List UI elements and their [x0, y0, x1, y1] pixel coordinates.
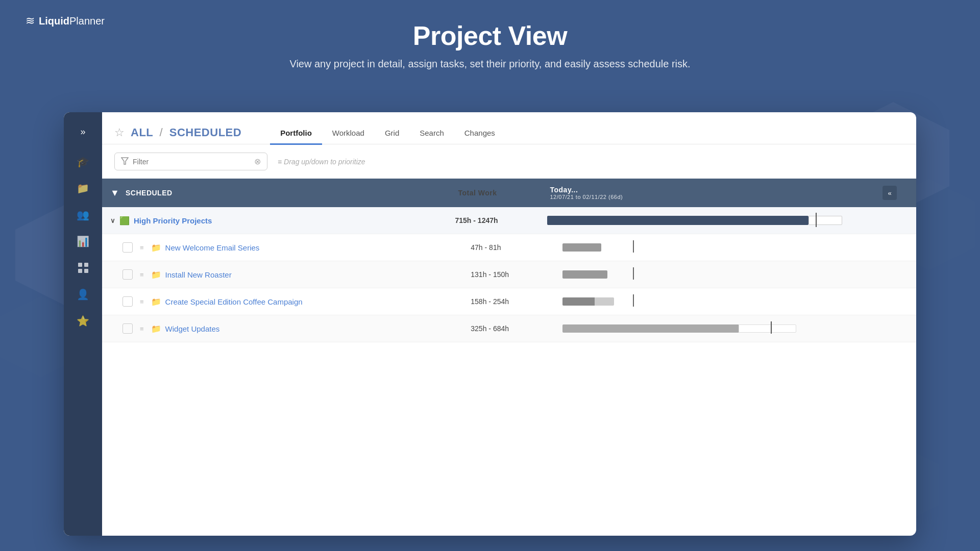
- filter-bar: ⊗ ≡ Drag up/down to prioritize: [102, 144, 916, 179]
- row-name-link[interactable]: Widget Updates: [165, 324, 220, 333]
- project-folder-icon: 📁: [151, 243, 161, 253]
- tab-changes[interactable]: Changes: [454, 122, 505, 145]
- table-header: ▼ SCHEDULED Total Work Today... 12/07/21…: [102, 179, 916, 207]
- filter-clear-button[interactable]: ⊗: [254, 157, 261, 166]
- project-folder-icon: 📁: [151, 270, 161, 280]
- project-table: ▼ SCHEDULED Total Work Today... 12/07/21…: [102, 179, 916, 536]
- sidebar-item-favorites[interactable]: ⭐: [72, 310, 94, 332]
- breadcrumb-all[interactable]: ALL: [131, 126, 153, 139]
- main-container: » 🎓 📁 👥 📊 👤 ⭐ ☆ ALL / SCHEDULED: [64, 112, 916, 536]
- tab-grid[interactable]: Grid: [375, 122, 409, 145]
- row-work: 47h - 81h: [471, 243, 562, 252]
- row-name-link[interactable]: Install New Roaster: [165, 270, 232, 279]
- tab-workload[interactable]: Workload: [322, 122, 375, 145]
- folder-icon: 🟩: [119, 216, 130, 226]
- row-work: 325h - 684h: [471, 324, 562, 333]
- table-row: ≡ 📁 Install New Roaster 131h - 150h: [102, 261, 916, 288]
- logo: ≋ LiquidPlanner: [26, 14, 105, 28]
- timeline-collapse-button[interactable]: «: [883, 186, 897, 200]
- sidebar: » 🎓 📁 👥 📊 👤 ⭐: [64, 112, 102, 536]
- breadcrumb-scheduled[interactable]: SCHEDULED: [169, 126, 241, 139]
- row-drag-handle[interactable]: ≡: [140, 244, 144, 252]
- page-title: Project View: [0, 20, 980, 51]
- row-checkbox[interactable]: [122, 242, 133, 253]
- row-controls: ≡: [122, 269, 148, 280]
- logo-text: LiquidPlanner: [39, 15, 105, 27]
- svg-marker-4: [121, 158, 128, 164]
- sidebar-item-analytics[interactable]: 📊: [72, 230, 94, 253]
- row-timeline: [562, 267, 883, 282]
- row-work: 715h - 1247h: [455, 216, 547, 224]
- svg-rect-2: [78, 269, 82, 273]
- table-row: ∨ 🟩 High Priority Projects 715h - 1247h: [102, 207, 916, 234]
- row-expand-icon[interactable]: ∨: [110, 217, 115, 224]
- favorite-star-icon[interactable]: ☆: [114, 126, 125, 139]
- nav-tabs: Portfolio Workload Grid Search Changes: [258, 122, 518, 144]
- sidebar-item-projects[interactable]: 📁: [72, 177, 94, 199]
- drag-hint: ≡ Drag up/down to prioritize: [278, 158, 365, 166]
- top-bar: ☆ ALL / SCHEDULED Portfolio Workload Gri…: [102, 112, 916, 144]
- row-name-cell: 📁 Create Special Edition Coffee Campaign: [151, 297, 471, 307]
- header-name: SCHEDULED: [126, 189, 458, 197]
- row-drag-handle[interactable]: ≡: [140, 271, 144, 279]
- filter-input-wrap[interactable]: ⊗: [114, 153, 267, 170]
- header-expand: ▼: [110, 188, 126, 198]
- tab-portfolio[interactable]: Portfolio: [270, 122, 322, 145]
- row-timeline: [547, 213, 883, 228]
- page-header: Project View View any project in detail,…: [0, 0, 980, 85]
- row-drag-handle[interactable]: ≡: [140, 298, 144, 306]
- row-controls: ≡: [122, 242, 148, 253]
- header-collapse: «: [883, 186, 908, 200]
- page-subtitle: View any project in detail, assign tasks…: [0, 58, 980, 70]
- row-controls: ≡: [122, 323, 148, 334]
- table-row: ≡ 📁 Create Special Edition Coffee Campai…: [102, 288, 916, 315]
- content-area: ☆ ALL / SCHEDULED Portfolio Workload Gri…: [102, 112, 916, 536]
- project-folder-icon: 📁: [151, 297, 161, 307]
- breadcrumb: ALL / SCHEDULED: [131, 126, 241, 139]
- row-checkbox[interactable]: [122, 323, 133, 334]
- row-timeline: [562, 294, 883, 309]
- logo-waves-icon: ≋: [26, 14, 35, 28]
- row-work: 158h - 254h: [471, 297, 562, 306]
- sidebar-item-team[interactable]: 👥: [72, 204, 94, 226]
- row-checkbox[interactable]: [122, 296, 133, 307]
- row-checkbox[interactable]: [122, 269, 133, 280]
- filter-icon: [121, 157, 129, 166]
- drag-hint-icon: ≡: [278, 158, 282, 166]
- project-folder-icon: 📁: [151, 324, 161, 334]
- table-row: ≡ 📁 New Welcome Email Series 47h - 81h: [102, 234, 916, 261]
- tab-search[interactable]: Search: [409, 122, 454, 145]
- row-drag-handle[interactable]: ≡: [140, 325, 144, 333]
- svg-rect-0: [78, 263, 82, 267]
- row-name-cell: 🟩 High Priority Projects: [119, 216, 455, 226]
- row-name-link[interactable]: Create Special Edition Coffee Campaign: [165, 297, 303, 306]
- row-timeline: [562, 321, 883, 336]
- row-name-link[interactable]: High Priority Projects: [134, 216, 212, 225]
- header-timeline: Today... 12/07/21 to 02/11/22 (66d): [550, 186, 883, 200]
- row-work: 131h - 150h: [471, 270, 562, 279]
- svg-rect-1: [84, 263, 88, 267]
- sidebar-item-courses[interactable]: 🎓: [72, 151, 94, 173]
- sidebar-item-grid[interactable]: [72, 257, 94, 279]
- row-name-cell: 📁 Install New Roaster: [151, 270, 471, 280]
- sidebar-item-profile[interactable]: 👤: [72, 283, 94, 306]
- row-name-cell: 📁 Widget Updates: [151, 324, 471, 334]
- header-work: Total Work: [458, 189, 550, 197]
- row-timeline: [562, 240, 883, 255]
- breadcrumb-separator: /: [160, 126, 163, 139]
- row-controls: ≡: [122, 296, 148, 307]
- table-row: ≡ 📁 Widget Updates 325h - 684h: [102, 315, 916, 342]
- row-name-link[interactable]: New Welcome Email Series: [165, 243, 260, 252]
- row-name-cell: 📁 New Welcome Email Series: [151, 243, 471, 253]
- filter-input[interactable]: [133, 158, 250, 166]
- sidebar-collapse-button[interactable]: »: [76, 122, 89, 141]
- svg-rect-3: [84, 269, 88, 273]
